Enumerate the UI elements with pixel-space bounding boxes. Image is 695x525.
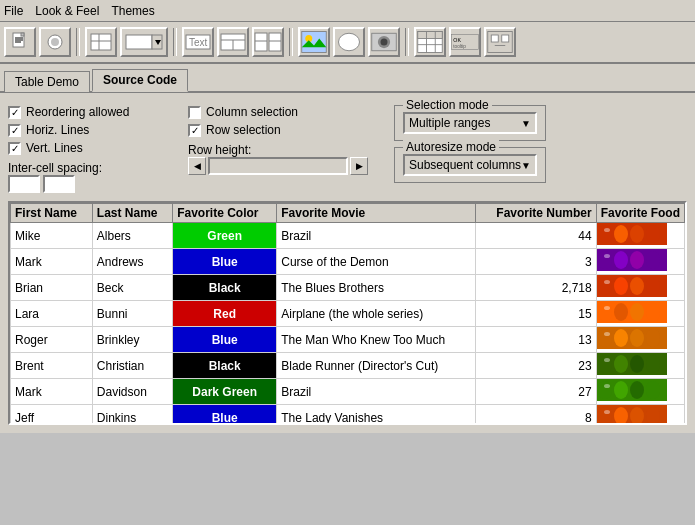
svg-rect-18 xyxy=(255,33,267,51)
svg-text:tooltip: tooltip xyxy=(453,44,466,49)
menu-look-feel[interactable]: Look & Feel xyxy=(35,4,99,18)
svg-point-51 xyxy=(646,251,660,269)
cell-fav-number: 2,718 xyxy=(476,275,596,301)
tab-source-code[interactable]: Source Code xyxy=(92,69,188,92)
svg-point-78 xyxy=(598,381,612,399)
svg-point-57 xyxy=(646,277,660,295)
selection-mode-dropdown[interactable]: Multiple ranges ▼ xyxy=(403,112,537,134)
svg-point-67 xyxy=(614,329,628,347)
svg-rect-38 xyxy=(491,35,498,42)
toolbar-photo-btn[interactable] xyxy=(368,27,400,57)
row-height-decrease-btn[interactable]: ◀ xyxy=(188,157,206,175)
toolbar-sep-2 xyxy=(173,28,177,56)
toolbar-record-btn[interactable] xyxy=(39,27,71,57)
cell-last-name: Beck xyxy=(92,275,172,301)
table-row[interactable]: MarkDavidsonDark GreenBrazil27 xyxy=(11,379,685,405)
menu-themes[interactable]: Themes xyxy=(111,4,154,18)
svg-point-56 xyxy=(630,277,644,295)
svg-point-80 xyxy=(630,381,644,399)
svg-rect-1 xyxy=(21,33,24,36)
column-selection-checkbox[interactable] xyxy=(188,106,201,119)
table-row[interactable]: RogerBrinkleyBlueThe Man Who Knew Too Mu… xyxy=(11,327,685,353)
cell-fav-number: 15 xyxy=(476,301,596,327)
table-row[interactable]: BrianBeckBlackThe Blues Brothers2,718 xyxy=(11,275,685,301)
cell-last-name: Albers xyxy=(92,223,172,249)
toolbar-shape-btn[interactable] xyxy=(333,27,365,57)
cell-fav-food xyxy=(596,405,684,424)
toolbar: Text xyxy=(0,22,695,64)
cell-fav-color: Black xyxy=(173,353,277,379)
vert-lines-checkbox[interactable] xyxy=(8,142,21,155)
svg-point-70 xyxy=(604,332,610,336)
table-row[interactable]: LaraBunniRedAirplane (the whole series)1… xyxy=(11,301,685,327)
svg-rect-30 xyxy=(418,32,443,39)
table-row[interactable]: MarkAndrewsBlueCurse of the Demon3 xyxy=(11,249,685,275)
toolbar-new-btn[interactable] xyxy=(4,27,36,57)
vert-lines-row: Vert. Lines xyxy=(8,141,178,155)
svg-point-63 xyxy=(646,303,660,321)
toolbar-ok-btn[interactable]: OK tooltip xyxy=(449,27,481,57)
intercell-label: Inter-cell spacing: xyxy=(8,161,178,175)
main-content: Reordering allowed Horiz. Lines Vert. Li… xyxy=(0,93,695,433)
table-container: First Name Last Name Favorite Color Favo… xyxy=(8,201,687,425)
svg-point-82 xyxy=(604,384,610,388)
svg-rect-10 xyxy=(126,35,152,49)
svg-text:OK: OK xyxy=(453,37,461,43)
row-height-fill xyxy=(212,161,292,171)
table-row[interactable]: BrentChristianBlackBlade Runner (Directo… xyxy=(11,353,685,379)
cell-fav-color: Dark Green xyxy=(173,379,277,405)
cell-fav-movie: Brazil xyxy=(277,223,476,249)
menu-file[interactable]: File xyxy=(4,4,23,18)
cell-fav-food xyxy=(596,249,684,275)
svg-point-46 xyxy=(604,228,610,232)
toolbar-sep-1 xyxy=(76,28,80,56)
table-scroll[interactable]: First Name Last Name Favorite Color Favo… xyxy=(10,203,685,423)
svg-point-25 xyxy=(339,33,360,51)
svg-point-45 xyxy=(646,225,660,243)
cell-fav-movie: The Lady Vanishes xyxy=(277,405,476,424)
cell-fav-number: 3 xyxy=(476,249,596,275)
intercell-x-input[interactable] xyxy=(8,175,40,193)
svg-point-62 xyxy=(630,303,644,321)
autoresize-mode-title: Autoresize mode xyxy=(403,140,499,154)
cell-first-name: Roger xyxy=(11,327,93,353)
cell-fav-movie: The Man Who Knew Too Much xyxy=(277,327,476,353)
svg-point-44 xyxy=(630,225,644,243)
cell-fav-color: Black xyxy=(173,275,277,301)
horiz-lines-label: Horiz. Lines xyxy=(26,123,89,137)
row-height-slider[interactable] xyxy=(208,157,348,175)
cell-first-name: Lara xyxy=(11,301,93,327)
toolbar-grid-btn[interactable] xyxy=(85,27,117,57)
horiz-lines-checkbox[interactable] xyxy=(8,124,21,137)
row-height-label: Row height: xyxy=(188,143,368,157)
right-options: Selection mode Multiple ranges ▼ Autores… xyxy=(378,105,546,183)
toolbar-table-btn[interactable] xyxy=(414,27,446,57)
toolbar-image-btn[interactable] xyxy=(298,27,330,57)
cell-fav-food xyxy=(596,275,684,301)
selection-mode-value: Multiple ranges xyxy=(409,116,490,130)
table-row[interactable]: JeffDinkinsBlueThe Lady Vanishes8 xyxy=(11,405,685,424)
tab-table-demo[interactable]: Table Demo xyxy=(4,71,90,92)
selection-mode-group: Selection mode Multiple ranges ▼ xyxy=(394,105,546,141)
toolbar-other-btn[interactable] xyxy=(484,27,516,57)
svg-point-6 xyxy=(51,38,59,46)
row-selection-label: Row selection xyxy=(206,123,281,137)
menu-bar: File Look & Feel Themes xyxy=(0,0,695,22)
toolbar-combo-btn[interactable] xyxy=(120,27,168,57)
toolbar-layout2-btn[interactable] xyxy=(252,27,284,57)
toolbar-layout1-btn[interactable] xyxy=(217,27,249,57)
row-selection-row: Row selection xyxy=(188,123,368,137)
row-height-section: Row height: ◀ ▶ xyxy=(188,143,368,175)
row-selection-checkbox[interactable] xyxy=(188,124,201,137)
header-last-name: Last Name xyxy=(92,204,172,223)
autoresize-mode-dropdown[interactable]: Subsequent columns ▼ xyxy=(403,154,537,176)
table-row[interactable]: MikeAlbersGreenBrazil44 xyxy=(11,223,685,249)
reordering-row: Reordering allowed xyxy=(8,105,178,119)
left-options: Reordering allowed Horiz. Lines Vert. Li… xyxy=(8,105,178,193)
intercell-y-input[interactable] xyxy=(43,175,75,193)
toolbar-text-btn[interactable]: Text xyxy=(182,27,214,57)
cell-fav-number: 27 xyxy=(476,379,596,405)
autoresize-mode-arrow: ▼ xyxy=(521,160,531,171)
row-height-increase-btn[interactable]: ▶ xyxy=(350,157,368,175)
reordering-checkbox[interactable] xyxy=(8,106,21,119)
